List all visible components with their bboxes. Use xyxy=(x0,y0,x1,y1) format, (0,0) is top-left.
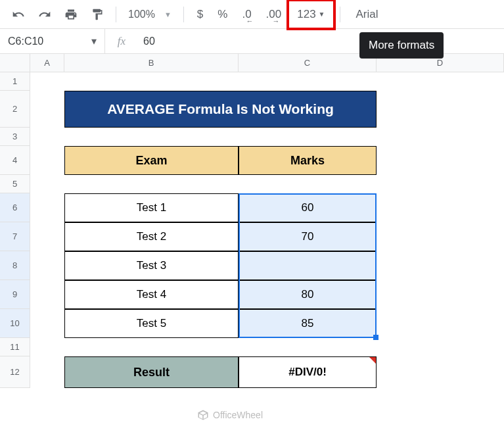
watermark: OfficeWheel xyxy=(197,409,263,421)
undo-button[interactable] xyxy=(7,3,30,26)
caret-down-icon: ▾ xyxy=(91,35,97,47)
zoom-value: 100% xyxy=(128,9,155,20)
print-button[interactable] xyxy=(59,3,83,26)
column-header[interactable]: C xyxy=(239,54,377,72)
data-cell-exam[interactable]: Test 3 xyxy=(64,251,239,280)
caret-down-icon: ▼ xyxy=(319,11,325,18)
toolbar: 100% ▼ $ % .0 ← .00 → 123 ▼ Arial xyxy=(0,0,504,29)
row-header[interactable]: 5 xyxy=(0,175,30,193)
result-label-cell[interactable]: Result xyxy=(64,356,239,388)
name-box[interactable]: C6:C10 ▾ xyxy=(0,29,105,53)
cell-area[interactable]: AVERAGE Formula Is Not Working Exam Mark… xyxy=(30,72,504,104)
header-cell-exam[interactable]: Exam xyxy=(64,146,239,175)
tooltip: More formats xyxy=(359,32,444,59)
paint-format-button[interactable] xyxy=(85,3,109,26)
column-header[interactable]: A xyxy=(30,54,64,72)
more-formats-highlight: 123 ▼ xyxy=(286,0,335,30)
arrow-right-icon: → xyxy=(273,17,280,25)
data-cell-exam[interactable]: Test 2 xyxy=(64,222,239,251)
toolbar-divider xyxy=(116,7,116,22)
number-format-group: $ % .0 ← .00 → 123 ▼ xyxy=(191,1,333,28)
row-headers: 1 2 3 4 5 6 7 8 9 10 11 12 xyxy=(0,72,30,388)
row-header[interactable]: 1 xyxy=(0,72,30,91)
data-cell-exam[interactable]: Test 5 xyxy=(64,309,239,338)
data-cell-marks[interactable]: 60 xyxy=(239,193,377,222)
increase-decimal-button[interactable]: .00 → xyxy=(260,3,288,26)
formula-input[interactable]: 60 xyxy=(138,36,504,47)
font-selector[interactable]: Arial xyxy=(347,8,388,21)
row-header[interactable]: 11 xyxy=(0,338,30,356)
fx-icon: fx xyxy=(105,35,138,48)
row-header[interactable]: 12 xyxy=(0,356,30,388)
arrow-left-icon: ← xyxy=(246,17,253,25)
row-header[interactable]: 4 xyxy=(0,146,30,175)
title-cell[interactable]: AVERAGE Formula Is Not Working xyxy=(64,91,377,128)
data-cell-marks[interactable]: 85 xyxy=(239,309,377,338)
data-cell-marks[interactable] xyxy=(239,251,377,280)
row-header[interactable]: 8 xyxy=(0,251,30,280)
row-header[interactable]: 9 xyxy=(0,280,30,309)
decrease-decimal-button[interactable]: .0 ← xyxy=(235,3,258,26)
toolbar-divider xyxy=(183,7,184,22)
data-cell-exam[interactable]: Test 4 xyxy=(64,280,239,309)
error-indicator-icon xyxy=(369,357,376,364)
redo-button[interactable] xyxy=(33,3,57,26)
zoom-dropdown[interactable]: 100% ▼ xyxy=(123,9,177,20)
data-cell-marks[interactable]: 80 xyxy=(239,280,377,309)
column-header[interactable]: B xyxy=(64,54,239,72)
format-currency-button[interactable]: $ xyxy=(191,3,210,26)
toolbar-divider xyxy=(340,7,340,22)
data-cell-marks[interactable]: 70 xyxy=(239,222,377,251)
row-header[interactable]: 6 xyxy=(0,193,30,222)
row-header[interactable]: 3 xyxy=(0,128,30,146)
spreadsheet-grid: 1 2 3 4 5 6 7 8 9 10 11 12 A B C D AVERA… xyxy=(0,54,504,438)
row-header[interactable]: 2 xyxy=(0,91,30,128)
row-header[interactable]: 7 xyxy=(0,222,30,251)
select-all-corner[interactable] xyxy=(0,54,30,72)
more-formats-button[interactable]: 123 ▼ xyxy=(292,3,330,26)
caret-down-icon: ▼ xyxy=(164,11,172,18)
result-value-cell[interactable]: #DIV/0! xyxy=(239,356,377,388)
data-cell-exam[interactable]: Test 1 xyxy=(64,193,239,222)
header-cell-marks[interactable]: Marks xyxy=(239,146,377,175)
row-header[interactable]: 10 xyxy=(0,309,30,338)
format-percent-button[interactable]: % xyxy=(211,3,234,26)
